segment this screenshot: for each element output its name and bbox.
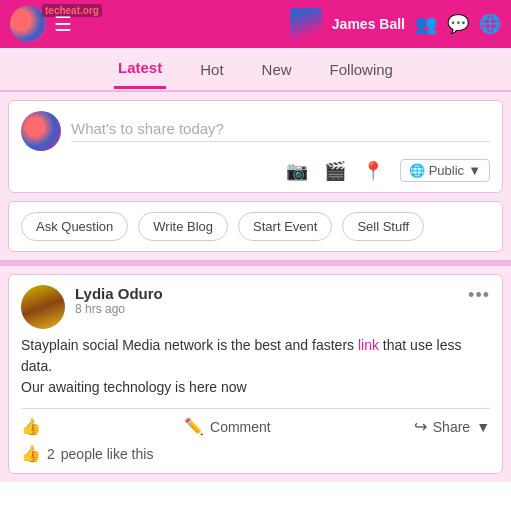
post-body: Stayplain social Media network is the be… — [21, 335, 490, 398]
ask-question-button[interactable]: Ask Question — [21, 212, 128, 241]
camera-icon[interactable]: 📷 — [286, 160, 308, 182]
post-header: Lydia Oduro 8 hrs ago ••• — [21, 285, 490, 329]
comment-icon: ✏️ — [184, 417, 204, 436]
composer-avatar — [21, 111, 61, 151]
public-label: Public — [429, 163, 464, 178]
tab-following[interactable]: Following — [326, 51, 397, 88]
header-right: James Ball 👥 💬 🌐 — [290, 8, 501, 40]
start-event-button[interactable]: Start Event — [238, 212, 332, 241]
tabs-bar: Latest Hot New Following — [0, 48, 511, 92]
like-button[interactable]: 👍 — [21, 417, 41, 436]
likes-thumb-icon: 👍 — [21, 444, 41, 463]
sell-stuff-button[interactable]: Sell Stuff — [342, 212, 424, 241]
write-blog-button[interactable]: Write Blog — [138, 212, 228, 241]
post-body-line2: Our awaiting technology is here now — [21, 379, 247, 395]
share-label: Share — [433, 419, 470, 435]
main-content: What's to share today? 📷 🎬 📍 🌐 Public ▼ … — [0, 92, 511, 482]
like-icon: 👍 — [21, 417, 41, 436]
tab-latest[interactable]: Latest — [114, 49, 166, 89]
public-dropdown[interactable]: 🌐 Public ▼ — [400, 159, 490, 182]
share-button[interactable]: ↪ Share ▼ — [414, 417, 490, 436]
post-time: 8 hrs ago — [75, 302, 468, 316]
post-more-icon[interactable]: ••• — [468, 285, 490, 306]
watermark: techeat.org — [42, 4, 102, 17]
video-icon[interactable]: 🎬 — [324, 160, 346, 182]
post-author-info: Lydia Oduro 8 hrs ago — [75, 285, 468, 316]
composer-top: What's to share today? — [21, 111, 490, 151]
separator — [0, 260, 511, 266]
likes-count: 2 — [47, 446, 55, 462]
post-likes: 👍 2 people like this — [21, 444, 490, 463]
globe-small-icon: 🌐 — [409, 163, 425, 178]
quick-actions: Ask Question Write Blog Start Event Sell… — [8, 201, 503, 252]
people-icon[interactable]: 👥 — [415, 13, 437, 35]
post-composer: What's to share today? 📷 🎬 📍 🌐 Public ▼ — [8, 100, 503, 193]
tab-new[interactable]: New — [258, 51, 296, 88]
app-logo[interactable] — [10, 6, 46, 42]
comment-label: Comment — [210, 419, 271, 435]
tab-hot[interactable]: Hot — [196, 51, 227, 88]
composer-actions: 📷 🎬 📍 🌐 Public ▼ — [21, 159, 490, 182]
likes-text: people like this — [61, 446, 154, 462]
post-author-avatar — [21, 285, 65, 329]
post-card: Lydia Oduro 8 hrs ago ••• Stayplain soci… — [8, 274, 503, 474]
app-header: techeat.org ☰ James Ball 👥 💬 🌐 — [0, 0, 511, 48]
globe-icon[interactable]: 🌐 — [479, 13, 501, 35]
header-username: James Ball — [332, 16, 405, 32]
chat-icon[interactable]: 💬 — [447, 13, 469, 35]
post-footer: 👍 ✏️ Comment ↪ Share ▼ — [21, 408, 490, 436]
share-icon: ↪ — [414, 417, 427, 436]
location-icon[interactable]: 📍 — [362, 160, 384, 182]
comment-button[interactable]: ✏️ Comment — [184, 417, 271, 436]
post-author-name[interactable]: Lydia Oduro — [75, 285, 468, 302]
share-chevron-icon: ▼ — [476, 419, 490, 435]
post-body-link[interactable]: link — [358, 337, 379, 353]
chevron-down-icon: ▼ — [468, 163, 481, 178]
header-user-avatar[interactable] — [290, 8, 322, 40]
post-body-text: Stayplain social Media network is the be… — [21, 337, 354, 353]
composer-placeholder[interactable]: What's to share today? — [71, 120, 490, 142]
